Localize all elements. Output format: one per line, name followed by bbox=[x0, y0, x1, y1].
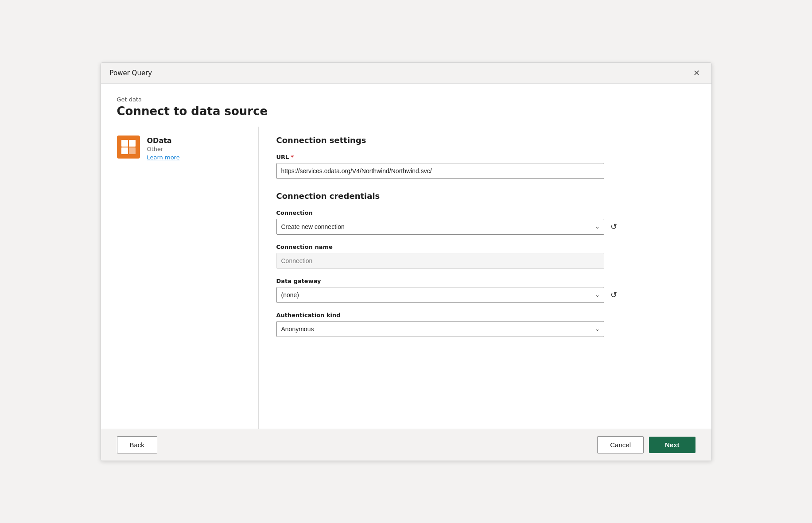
connection-refresh-button[interactable]: ↺ bbox=[609, 220, 619, 233]
learn-more-link[interactable]: Learn more bbox=[147, 154, 180, 161]
svg-rect-0 bbox=[121, 140, 128, 147]
next-button[interactable]: Next bbox=[649, 437, 695, 453]
connector-icon bbox=[117, 136, 140, 159]
url-label: URL * bbox=[276, 154, 695, 160]
connection-label: Connection bbox=[276, 209, 695, 216]
auth-kind-field-group: Authentication kind Anonymous Basic OAut… bbox=[276, 312, 695, 337]
connection-name-input[interactable] bbox=[276, 253, 604, 269]
cancel-button[interactable]: Cancel bbox=[597, 436, 644, 453]
url-input[interactable] bbox=[276, 163, 604, 179]
connection-select-wrapper: Create new connection ⌄ bbox=[276, 219, 604, 235]
svg-rect-1 bbox=[129, 140, 136, 147]
connection-select-row: Create new connection ⌄ ↺ bbox=[276, 219, 695, 235]
connector-name: OData bbox=[147, 136, 180, 145]
title-bar: Power Query ✕ bbox=[101, 63, 711, 84]
connection-select[interactable]: Create new connection bbox=[276, 219, 604, 235]
connector-details: OData Other Learn more bbox=[147, 136, 180, 161]
data-gateway-label: Data gateway bbox=[276, 278, 695, 284]
connection-settings-title: Connection settings bbox=[276, 136, 695, 145]
left-panel: OData Other Learn more bbox=[117, 127, 259, 429]
connection-name-field-group: Connection name bbox=[276, 244, 695, 269]
footer-right: Cancel Next bbox=[597, 436, 695, 453]
connection-name-label: Connection name bbox=[276, 244, 695, 250]
main-body: OData Other Learn more Connection settin… bbox=[101, 127, 711, 429]
auth-kind-select-wrapper: Anonymous Basic OAuth2 ⌄ bbox=[276, 321, 604, 337]
close-button[interactable]: ✕ bbox=[691, 67, 703, 79]
footer: Back Cancel Next bbox=[101, 429, 711, 461]
url-field-group: URL * bbox=[276, 154, 695, 179]
svg-rect-2 bbox=[121, 147, 128, 154]
auth-kind-select[interactable]: Anonymous Basic OAuth2 bbox=[276, 321, 604, 337]
page-header: Get data Connect to data source bbox=[101, 84, 711, 127]
footer-left: Back bbox=[117, 436, 157, 453]
back-button[interactable]: Back bbox=[117, 436, 157, 453]
data-gateway-select-wrapper: (none) ⌄ bbox=[276, 287, 604, 303]
odata-icon-svg bbox=[120, 139, 136, 155]
connection-credentials-section: Connection credentials Connection Create… bbox=[276, 191, 695, 337]
auth-kind-label: Authentication kind bbox=[276, 312, 695, 318]
svg-rect-3 bbox=[129, 147, 136, 154]
content-area: Get data Connect to data source bbox=[101, 84, 711, 429]
dialog-title: Power Query bbox=[110, 69, 152, 77]
url-label-text: URL bbox=[276, 154, 289, 160]
connector-category: Other bbox=[147, 146, 180, 152]
connection-field-group: Connection Create new connection ⌄ ↺ bbox=[276, 209, 695, 235]
data-gateway-refresh-button[interactable]: ↺ bbox=[609, 288, 619, 302]
connector-info: OData Other Learn more bbox=[117, 136, 242, 161]
breadcrumb: Get data bbox=[117, 96, 695, 103]
right-panel: Connection settings URL * Connection cre… bbox=[259, 127, 695, 429]
data-gateway-select-row: (none) ⌄ ↺ bbox=[276, 287, 695, 303]
power-query-dialog: Power Query ✕ Get data Connect to data s… bbox=[101, 62, 712, 461]
page-title: Connect to data source bbox=[117, 105, 695, 118]
data-gateway-select[interactable]: (none) bbox=[276, 287, 604, 303]
url-required-star: * bbox=[291, 154, 294, 160]
credentials-title: Connection credentials bbox=[276, 191, 695, 201]
data-gateway-field-group: Data gateway (none) ⌄ ↺ bbox=[276, 278, 695, 303]
